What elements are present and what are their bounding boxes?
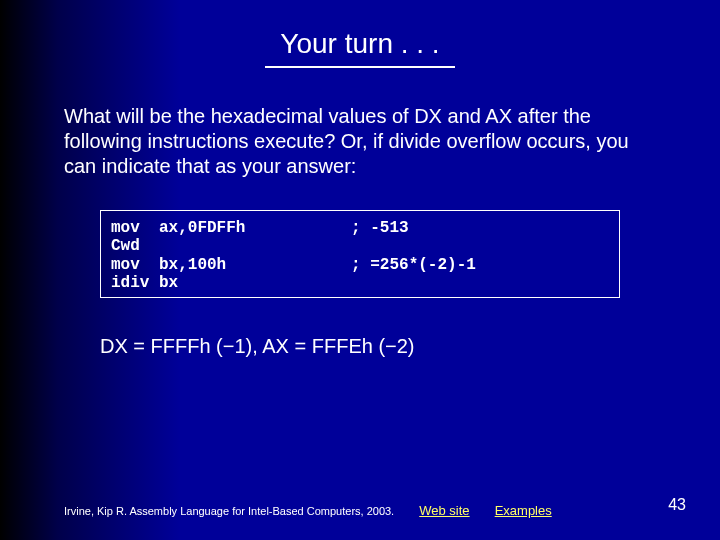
examples-link[interactable]: Examples	[495, 503, 552, 518]
page-number: 43	[668, 496, 686, 514]
slide-title: Your turn . . .	[0, 28, 720, 60]
question-text: What will be the hexadecimal values of D…	[64, 104, 654, 179]
website-link[interactable]: Web site	[419, 503, 469, 518]
footer: Irvine, Kip R. Assembly Language for Int…	[64, 503, 690, 518]
slide: Your turn . . . What will be the hexadec…	[0, 0, 720, 540]
answer-text: DX = FFFFh (−1), AX = FFFEh (−2)	[100, 335, 415, 358]
code-block: mov ax,0FDFFh ; -513 Cwd mov bx,100h ; =…	[100, 210, 620, 298]
title-underline	[265, 66, 455, 68]
citation-text: Irvine, Kip R. Assembly Language for Int…	[64, 505, 394, 517]
